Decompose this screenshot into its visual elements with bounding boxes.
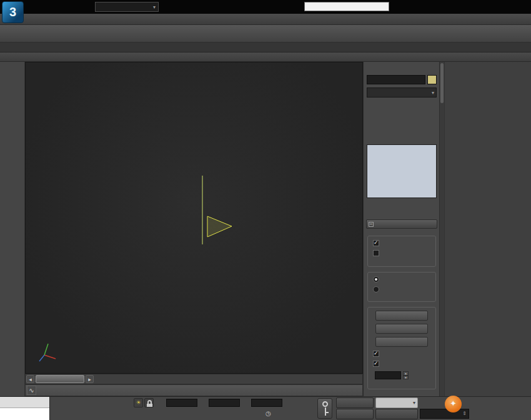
- selection-lock-toggle[interactable]: [144, 398, 154, 408]
- isolate-selection-toggle[interactable]: ☀: [134, 398, 143, 408]
- world-axis-tripod: [39, 344, 56, 361]
- listener-output-line: [0, 408, 49, 420]
- key-icon: [322, 401, 328, 407]
- time-slider-handle[interactable]: [36, 375, 84, 383]
- deform-group: [367, 272, 436, 302]
- reset-button[interactable]: [375, 311, 428, 321]
- titlebar: ▾: [0, 0, 531, 14]
- window-title: [182, 0, 200, 14]
- modifier-list-dropdown[interactable]: ▾: [367, 88, 437, 98]
- menubar: [0, 14, 531, 25]
- chevron-down-icon: ▾: [153, 3, 156, 11]
- track-bar[interactable]: ∿: [25, 384, 363, 396]
- bulb-icon: ☀: [134, 399, 142, 407]
- key-filter-scope-dropdown[interactable]: ▾: [375, 398, 418, 408]
- ffd-parameters-rollout[interactable]: −: [366, 219, 437, 229]
- z-coordinate-field[interactable]: [251, 399, 282, 407]
- object-color-swatch[interactable]: [427, 75, 437, 84]
- gizmo-plane-handle[interactable]: [207, 216, 232, 237]
- set-key-button[interactable]: [336, 409, 374, 419]
- listener-macro-line: [0, 397, 49, 408]
- transform-gizmo[interactable]: [202, 176, 232, 244]
- collapse-icon: −: [369, 222, 374, 227]
- viewport-canvas[interactable]: [26, 62, 362, 373]
- time-slider[interactable]: ◂ ▸: [25, 374, 363, 384]
- command-panel-scrollbar[interactable]: [439, 62, 444, 396]
- display-group: [367, 236, 436, 267]
- only-in-volume-radio[interactable]: [373, 276, 379, 282]
- outside-points-checkbox[interactable]: [373, 361, 379, 367]
- clock-icon: ◷: [266, 410, 271, 417]
- scrollbar-thumb[interactable]: [440, 63, 444, 103]
- set-key-big-button[interactable]: [317, 398, 332, 419]
- side-launcher-bar: [0, 62, 25, 396]
- control-points-group: ▴▾: [367, 307, 436, 389]
- animate-all-button[interactable]: [375, 324, 428, 334]
- spinner-down-icon[interactable]: ▾: [403, 376, 409, 380]
- y-coordinate-field[interactable]: [209, 399, 240, 407]
- auto-key-button[interactable]: [336, 398, 374, 408]
- key-filters-button[interactable]: [375, 409, 418, 419]
- perspective-viewport[interactable]: [25, 62, 363, 374]
- main-toolbar: [0, 25, 531, 42]
- conform-button[interactable]: [375, 337, 428, 347]
- lattice-checkbox[interactable]: [373, 240, 379, 246]
- command-panel-empty-area: [444, 62, 531, 396]
- offset-spinner[interactable]: ▴▾: [403, 371, 409, 379]
- source-volume-checkbox[interactable]: [373, 250, 379, 256]
- time-slider-left-arrow[interactable]: ◂: [26, 375, 34, 383]
- offset-field[interactable]: [375, 371, 401, 379]
- x-coordinate-field[interactable]: [166, 399, 197, 407]
- inside-points-checkbox[interactable]: [373, 351, 379, 357]
- application-menu-button[interactable]: 3: [2, 1, 24, 23]
- time-slider-right-arrow[interactable]: ▸: [86, 375, 94, 383]
- all-vertices-radio[interactable]: [373, 286, 379, 292]
- spinner-icon: ⇕: [462, 409, 467, 418]
- current-frame-field[interactable]: ⇕: [420, 409, 469, 419]
- ribbon-tab-bar: [0, 42, 531, 52]
- chevron-down-icon: ▾: [432, 89, 434, 97]
- chevron-down-icon: ▾: [413, 398, 415, 408]
- infocenter-search-input[interactable]: [304, 2, 389, 11]
- ribbon-panel-polygon-modeling[interactable]: [0, 52, 531, 62]
- mini-curve-editor-button[interactable]: ∿: [27, 386, 36, 395]
- status-bar: ☀ ◷ ▾ ⇕: [0, 396, 531, 420]
- maxscript-mini-listener[interactable]: [0, 397, 50, 420]
- command-panel: ▾ −: [363, 62, 439, 396]
- object-name-field[interactable]: [367, 75, 425, 84]
- workspace-dropdown[interactable]: ▾: [95, 2, 159, 12]
- 3dsmax-application-window: ▾ 3: [0, 0, 531, 420]
- modifier-stack-list: [367, 144, 437, 198]
